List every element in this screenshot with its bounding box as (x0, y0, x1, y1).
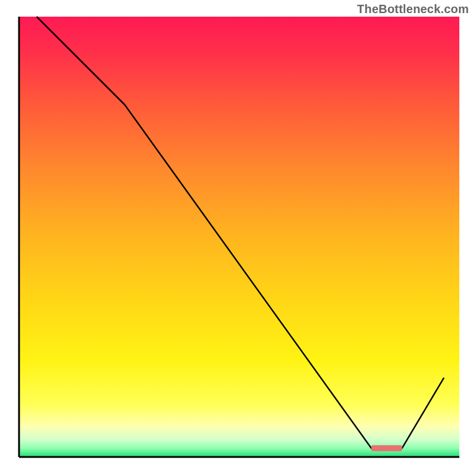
chart-container: { "watermark": "TheBottleneck.com", "cha… (0, 0, 476, 476)
bottleneck-chart (0, 0, 476, 476)
optimal-range-marker (371, 445, 402, 451)
plot-background (19, 17, 459, 457)
